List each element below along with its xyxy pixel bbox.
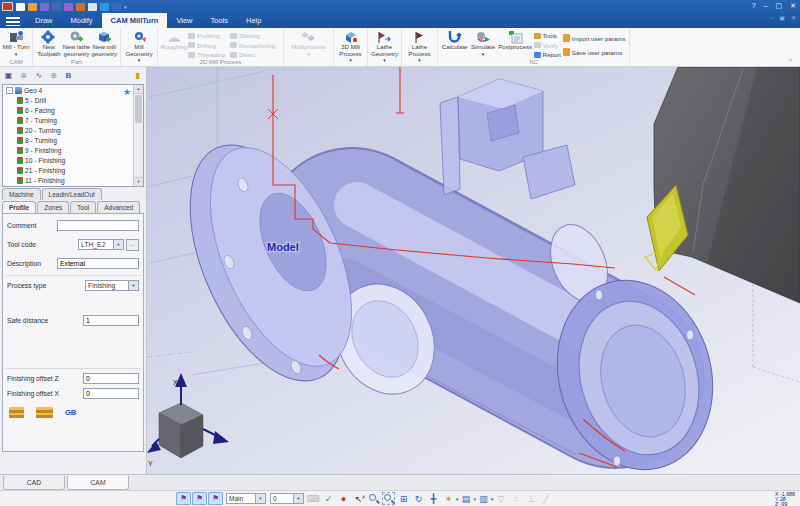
delete-icon[interactable]: ⊗	[17, 70, 30, 82]
tree-scrollbar[interactable]: ▲ ▼	[133, 85, 143, 186]
zoom-icon[interactable]	[367, 492, 380, 505]
pin-panel-icon[interactable]: ▮	[131, 70, 144, 82]
menu-modify[interactable]: Modify	[62, 13, 102, 28]
print-icon[interactable]	[64, 3, 73, 11]
dropdown-caret-icon[interactable]: ▾	[474, 496, 477, 502]
calculate-button[interactable]: Calculate	[440, 29, 469, 51]
menu-help[interactable]: Help	[237, 13, 270, 28]
confirm-icon[interactable]: ✓	[322, 492, 335, 506]
tab-advanced[interactable]: Advanced	[97, 201, 140, 213]
deselect-icon[interactable]: ↖✗	[352, 492, 365, 506]
save-icon[interactable]	[40, 3, 49, 11]
new-file-icon[interactable]	[16, 3, 25, 11]
slotting-button[interactable]: Slotting	[230, 31, 280, 41]
ribbon-collapse-icon[interactable]: ^	[789, 58, 792, 65]
tree-item-operation[interactable]: 7 - Turning	[3, 115, 143, 125]
verify-button[interactable]: Verify	[534, 41, 563, 51]
dropdown-caret-icon[interactable]: ▾	[491, 496, 494, 502]
lathe-process-button[interactable]: Lathe Process ▾	[404, 29, 435, 63]
tab-leadin-leadout[interactable]: Leadin/LeadOut	[42, 188, 102, 200]
menu-tools[interactable]: Tools	[202, 13, 238, 28]
process-type-select[interactable]: Finishing ▾	[85, 280, 139, 291]
plot-icon[interactable]	[76, 3, 85, 11]
scrollbar-thumb[interactable]	[135, 95, 142, 123]
circle-tool-icon[interactable]: ○	[510, 492, 523, 506]
perpendicular-icon[interactable]: ⊥	[525, 492, 538, 506]
menu-cam-millturn[interactable]: CAM MillTurn	[102, 13, 168, 28]
tree-root-geo22[interactable]: + ⚙ Geo 22	[3, 185, 143, 187]
select-filter-icon[interactable]: ▽	[495, 492, 508, 506]
safe-distance-input[interactable]	[83, 315, 139, 326]
tab-zones[interactable]: Zones	[37, 201, 69, 213]
tree-item-operation[interactable]: 11 - Finishing	[3, 175, 143, 185]
scroll-down-icon[interactable]: ▼	[134, 177, 143, 186]
qat-more-icon[interactable]: ▾	[124, 4, 127, 10]
finishing-offset-x-input[interactable]	[83, 388, 139, 399]
tab-tool[interactable]: Tool	[70, 201, 96, 213]
zoom-fit-icon[interactable]: ⊞	[397, 492, 410, 506]
import-icon[interactable]	[100, 3, 109, 11]
viewport-3d[interactable]: Model X Y	[147, 67, 800, 474]
world-icon[interactable]: ⊕	[47, 70, 60, 82]
tab-cad[interactable]: CAD	[3, 476, 65, 490]
help-button[interactable]: ?	[752, 1, 756, 11]
mill-geometry-button[interactable]: Mill Geometry ▾	[123, 29, 155, 63]
finishing-offset-z-input[interactable]	[83, 373, 139, 384]
tool-code-select[interactable]: LTH_E2 ▾	[78, 239, 124, 250]
tree-item-operation[interactable]: 8 - Turning	[3, 135, 143, 145]
tools-button[interactable]: Tools	[534, 31, 563, 41]
simulate-button[interactable]: Simulate ▾	[469, 29, 497, 57]
window-icon[interactable]	[88, 3, 97, 11]
copy-view-icon[interactable]: ▥	[477, 492, 490, 506]
menu-draw[interactable]: Draw	[26, 13, 62, 28]
tree-item-operation[interactable]: 6 - Facing	[3, 105, 143, 115]
pan-icon[interactable]: ╋	[427, 492, 440, 506]
roughing-button[interactable]: Roughing	[160, 29, 188, 51]
doc-restore-button[interactable]: ▣	[779, 14, 785, 22]
line-tool-icon[interactable]: ╱	[540, 492, 553, 506]
minimize-button[interactable]: –	[764, 1, 768, 11]
multiprocess-button[interactable]: Multiprocess ▾	[286, 29, 331, 57]
tool-check-icon[interactable]	[36, 407, 53, 418]
profiling-button[interactable]: Profiling	[188, 31, 230, 41]
tab-profile[interactable]: Profile	[2, 201, 36, 213]
3d-mill-process-button[interactable]: 3D Mill Process ▾	[336, 29, 365, 63]
tree-item-operation[interactable]: 10 - Finishing	[3, 155, 143, 165]
app-logo-icon[interactable]	[2, 2, 13, 11]
toolpath-display-toggle-3[interactable]: ⚑	[208, 492, 223, 505]
stop-icon[interactable]: ●	[337, 492, 350, 506]
zoom-window-icon[interactable]	[382, 492, 395, 505]
maximize-button[interactable]: ▢	[776, 1, 783, 11]
close-button[interactable]: ✕	[790, 1, 796, 11]
new-lathe-geometry-button[interactable]: New lathe geometry	[63, 29, 91, 57]
view-mode-icon[interactable]: ✶	[442, 492, 455, 506]
toolpath-graph-icon[interactable]: ∿	[32, 70, 45, 82]
lathe-geometry-button[interactable]: Lathe Geometry ▾	[370, 29, 399, 63]
export-icon[interactable]	[112, 3, 121, 11]
drilling-button[interactable]: Drilling	[188, 41, 230, 51]
doc-close-button[interactable]: ✕	[791, 14, 796, 22]
collapse-icon[interactable]: -	[6, 87, 13, 94]
tool-table-icon[interactable]	[9, 407, 24, 418]
tree-item-operation[interactable]: 21 - Finishing	[3, 165, 143, 175]
display-options-icon[interactable]: ▣	[2, 70, 15, 82]
new-mill-geometry-button[interactable]: New mill geometry	[90, 29, 118, 57]
import-user-params-button[interactable]: Import user params	[563, 31, 627, 45]
menu-view[interactable]: View	[167, 13, 201, 28]
favorite-star-icon[interactable]: ★	[123, 87, 131, 97]
remachining-button[interactable]: Remachining	[230, 41, 280, 51]
doc-minimize-button[interactable]: –	[770, 14, 773, 22]
library-icon[interactable]: B	[62, 70, 75, 82]
gb-language-label[interactable]: GB	[65, 408, 76, 417]
postprocess-button[interactable]: Postprocess	[497, 29, 534, 51]
menu-hamburger-button[interactable]	[3, 15, 23, 27]
keyboard-entry-icon[interactable]: ⌨	[307, 492, 320, 506]
tree-item-operation[interactable]: 9 - Finishing	[3, 145, 143, 155]
level-select[interactable]: 0 ▾	[270, 493, 304, 504]
tool-code-browse-button[interactable]: ...	[126, 239, 139, 251]
open-file-icon[interactable]	[28, 3, 37, 11]
tab-machine[interactable]: Machine	[2, 188, 41, 200]
tab-cam[interactable]: CAM	[67, 476, 129, 490]
scroll-up-icon[interactable]: ▲	[134, 85, 143, 94]
toolpath-display-toggle-2[interactable]: ⚑	[192, 492, 207, 505]
